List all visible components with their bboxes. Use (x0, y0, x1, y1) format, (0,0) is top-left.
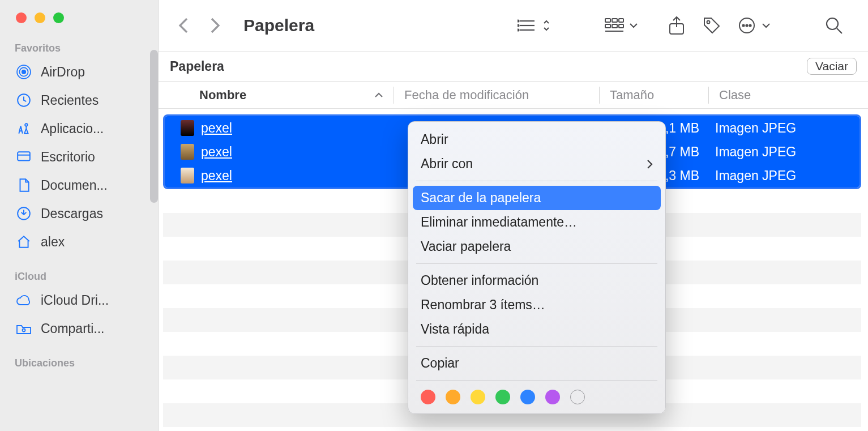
tag-color-green[interactable] (495, 390, 510, 404)
menu-label: Vista rápida (421, 322, 489, 337)
sidebar-section-title: Ubicaciones (0, 357, 158, 373)
menu-item-empty-trash[interactable]: Vaciar papelera (408, 234, 665, 259)
sidebar-item-shared[interactable]: Comparti... (0, 314, 158, 343)
menu-item-open-with[interactable]: Abrir con (408, 152, 665, 176)
svg-point-13 (518, 29, 519, 31)
list-view-icon (516, 14, 538, 37)
menu-item-copy[interactable]: Copiar (408, 351, 665, 375)
applications-icon (16, 121, 32, 136)
view-mode-button[interactable] (516, 14, 552, 37)
share-button[interactable] (665, 14, 688, 37)
sidebar-item-label: Escritorio (41, 150, 148, 165)
search-button[interactable] (823, 14, 845, 37)
tag-color-purple[interactable] (545, 390, 560, 404)
sidebar-item-home[interactable]: alex (0, 228, 158, 256)
menu-label: Eliminar inmediatamente… (421, 215, 577, 230)
sidebar-section-locations: Ubicaciones (0, 357, 158, 373)
sidebar-item-label: Documen... (41, 178, 148, 193)
file-thumbnail-icon (181, 144, 194, 160)
forward-button[interactable] (205, 15, 225, 36)
tag-color-yellow[interactable] (471, 390, 485, 404)
close-window-button[interactable] (16, 12, 27, 23)
menu-separator (416, 181, 657, 181)
download-icon (16, 206, 32, 221)
sidebar-section-title: iCloud (0, 271, 158, 286)
menu-item-delete-immediately[interactable]: Eliminar inmediatamente… (408, 210, 665, 234)
menu-label: Renombrar 3 ítems… (421, 297, 545, 313)
back-button[interactable] (173, 15, 194, 36)
menu-item-quick-look[interactable]: Vista rápida (408, 317, 665, 342)
chevron-right-icon (646, 159, 653, 169)
sidebar-item-icloud-drive[interactable]: iCloud Dri... (0, 286, 158, 314)
menu-item-get-info[interactable]: Obtener información (408, 268, 665, 293)
svg-point-22 (707, 21, 710, 24)
sidebar-item-downloads[interactable]: Descargas (0, 199, 158, 228)
column-header-name[interactable]: Nombre (159, 88, 394, 103)
column-header-date[interactable]: Fecha de modificación (394, 88, 599, 103)
sidebar-item-label: Descargas (41, 206, 148, 221)
file-name: pexel (201, 168, 394, 184)
tag-color-row (408, 385, 665, 404)
group-by-button[interactable] (603, 14, 639, 37)
airdrop-icon (16, 64, 32, 80)
menu-label: Abrir (421, 132, 448, 147)
menu-label: Obtener información (421, 273, 538, 288)
sidebar-item-desktop[interactable]: Escritorio (0, 143, 158, 171)
sort-ascending-icon (374, 92, 383, 99)
menu-label: Copiar (421, 356, 459, 371)
menu-item-open[interactable]: Abrir (408, 127, 665, 152)
sidebar-item-applications[interactable]: Aplicacio... (0, 114, 158, 143)
file-kind: Imagen JPEG (707, 121, 860, 136)
sidebar-item-label: Comparti... (41, 321, 148, 336)
sidebar-section-favorites: Favoritos AirDrop Recientes Aplicacio...… (0, 42, 158, 256)
svg-point-27 (827, 18, 838, 29)
sidebar-section-icloud: iCloud iCloud Dri... Comparti... (0, 271, 158, 343)
svg-rect-19 (619, 24, 623, 28)
svg-rect-17 (605, 24, 610, 28)
cloud-icon (16, 292, 32, 308)
window-title: Papelera (243, 16, 314, 35)
svg-point-12 (518, 25, 519, 27)
menu-label: Sacar de la papelera (421, 190, 541, 206)
file-name: pexel (201, 121, 394, 136)
minimize-window-button[interactable] (35, 12, 45, 23)
svg-rect-5 (18, 152, 30, 160)
file-kind: Imagen JPEG (707, 168, 860, 184)
tags-button[interactable] (700, 14, 723, 37)
column-header-kind[interactable]: Clase (709, 88, 868, 103)
file-kind: Imagen JPEG (707, 144, 860, 160)
svg-rect-18 (612, 24, 617, 28)
empty-trash-button[interactable]: Vaciar (807, 58, 857, 75)
sidebar-scrollbar[interactable] (150, 50, 158, 203)
menu-label: Vaciar papelera (421, 239, 511, 254)
main-area: Papelera Papelera Vaciar Nombre Fecha de… (159, 0, 868, 431)
column-label: Nombre (199, 88, 246, 103)
tag-color-red[interactable] (421, 390, 435, 404)
menu-item-rename[interactable]: Renombrar 3 ítems… (408, 293, 665, 317)
svg-point-26 (749, 24, 751, 26)
tag-color-none[interactable] (570, 390, 585, 404)
svg-point-0 (22, 70, 26, 74)
updown-icon (541, 14, 552, 37)
tag-color-blue[interactable] (520, 390, 535, 404)
sidebar-item-label: iCloud Dri... (41, 293, 148, 308)
document-icon (16, 177, 32, 193)
menu-separator (416, 346, 657, 347)
tag-color-orange[interactable] (446, 390, 460, 404)
actions-button[interactable] (736, 14, 772, 37)
sidebar-item-documents[interactable]: Documen... (0, 171, 158, 199)
column-headers: Nombre Fecha de modificación Tamaño Clas… (159, 82, 868, 109)
maximize-window-button[interactable] (53, 12, 64, 23)
sidebar: Favoritos AirDrop Recientes Aplicacio...… (0, 0, 159, 431)
sidebar-item-recents[interactable]: Recientes (0, 86, 158, 114)
sidebar-section-title: Favoritos (0, 42, 158, 58)
file-thumbnail-icon (181, 168, 194, 184)
context-menu: Abrir Abrir con Sacar de la papelera Eli… (408, 121, 666, 414)
column-header-size[interactable]: Tamaño (600, 88, 708, 103)
sidebar-item-airdrop[interactable]: AirDrop (0, 58, 158, 86)
menu-item-put-back[interactable]: Sacar de la papelera (413, 186, 661, 210)
path-bar: Papelera Vaciar (159, 51, 868, 82)
svg-point-7 (23, 329, 25, 332)
desktop-icon (16, 149, 32, 165)
sidebar-item-label: Recientes (41, 93, 148, 108)
